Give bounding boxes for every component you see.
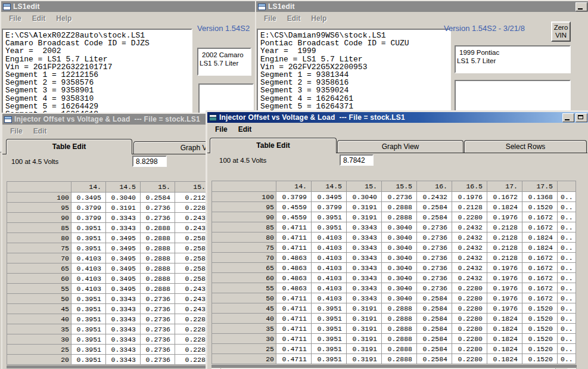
table-cell[interactable]: 0.3343 [106,334,141,345]
table-cell[interactable]: 0.3951 [71,345,106,355]
table-cell[interactable]: 0.3343 [106,355,141,365]
table-cell[interactable]: 0.4711 [276,344,312,354]
table-cell[interactable]: 0.1672 [522,222,558,232]
table-cell[interactable]: 0.3191 [347,324,382,334]
table-cell[interactable]: 0.4711 [276,314,312,324]
table-cell[interactable]: 0.2888 [382,354,417,364]
table-cell[interactable]: 0.. [558,243,576,253]
table-cell[interactable]: 0.. [558,344,576,354]
table-cell[interactable]: 0.3799 [276,192,312,202]
table-cell[interactable]: 0.1976 [487,273,522,283]
table-cell[interactable]: 0.1976 [487,263,522,273]
table-cell[interactable]: 0.3951 [312,314,347,324]
table-cell[interactable]: 0.2736 [417,263,452,273]
table-cell[interactable]: 0.1976 [487,212,522,222]
table-cell[interactable]: 0.2888 [382,334,417,344]
table-cell[interactable]: 0.3343 [347,253,382,263]
table-cell[interactable]: 0.3343 [347,293,382,303]
table-cell[interactable]: 0.. [558,232,576,243]
table-cell[interactable]: 0.4711 [276,243,312,253]
table-cell[interactable]: 0.3951 [71,355,106,365]
table-cell[interactable]: 0.4711 [276,293,312,303]
table-cell[interactable]: 0.3495 [106,253,141,263]
table-cell[interactable]: 0.2736 [141,213,175,223]
table-cell[interactable]: 0.2736 [141,314,175,324]
table-cell[interactable]: 0.243 [175,284,207,294]
table-cell[interactable]: 0.3343 [106,213,141,223]
table-cell[interactable]: 0.3951 [312,324,347,334]
table-cell[interactable]: 0.1520 [522,354,558,364]
table-cell[interactable]: 0.3951 [71,233,106,243]
table-cell[interactable]: 0.4711 [276,354,312,364]
table-cell[interactable]: 0.228 [175,203,207,213]
table-cell[interactable]: 0.2584 [417,314,452,324]
table-cell[interactable]: 0.2736 [141,324,175,334]
table-cell[interactable]: 0.258 [175,253,207,263]
table-cell[interactable]: 0.2888 [382,314,417,324]
table-cell[interactable]: 0.4103 [312,263,347,273]
table-cell[interactable]: 0.2584 [417,344,452,354]
table-cell[interactable]: 0.2128 [487,222,522,232]
table-cell[interactable]: 0.1824 [487,344,522,354]
table-cell[interactable]: 0.1520 [522,334,558,344]
menu-help[interactable]: Help [51,13,77,24]
table-cell[interactable]: 0.228 [175,324,207,334]
menu-edit[interactable]: Edit [233,124,257,135]
table-cell[interactable]: 0.1672 [522,263,558,273]
table-cell[interactable]: 0.3951 [312,212,347,222]
table-cell[interactable]: 0.4103 [312,243,347,253]
table-cell[interactable]: 0.2736 [141,345,175,355]
table-cell[interactable]: 0.243 [175,304,207,314]
table-cell[interactable]: 0.258 [175,263,207,274]
table-cell[interactable]: 0.2280 [452,314,487,324]
table-cell[interactable]: 0.2128 [487,243,522,253]
menu-file[interactable]: File [5,126,28,137]
table-cell[interactable]: 0.2888 [141,274,175,284]
table-cell[interactable]: 0.4103 [312,273,347,283]
table-cell[interactable]: 0.4559 [276,202,312,212]
table-cell[interactable]: 0.4103 [71,263,106,274]
table-cell[interactable]: 0.3495 [106,233,141,243]
table-cell[interactable]: 0.. [558,354,576,364]
table-cell[interactable]: 0.3495 [71,193,106,203]
table-cell[interactable]: 0.1976 [487,283,522,293]
table-cell[interactable]: 0.. [558,253,576,263]
volts-input[interactable]: 8.7842 [340,154,374,166]
table-cell[interactable]: 0.2888 [141,284,175,294]
menu-edit[interactable]: Edit [282,13,306,24]
table-cell[interactable]: 0.2736 [141,334,175,345]
table-cell[interactable]: 0.2888 [141,263,175,274]
table-cell[interactable]: 0.. [558,324,576,334]
table-cell[interactable]: 0.3951 [312,303,347,314]
table-cell[interactable]: 0.2736 [417,283,452,293]
table-cell[interactable]: 0.3191 [347,314,382,324]
table-cell[interactable]: 0.258 [175,233,207,243]
table-cell[interactable]: 0.3191 [347,354,382,364]
table-cell[interactable]: 0.3191 [347,334,382,344]
table-cell[interactable]: 0.3191 [347,212,382,222]
minimize-button[interactable] [575,2,587,11]
table-cell[interactable]: 0.1824 [487,202,522,212]
table-cell[interactable]: 0.2280 [452,293,487,303]
table-cell[interactable]: 0.3495 [106,243,141,253]
table-cell[interactable]: 0.1824 [487,324,522,334]
table-cell[interactable]: 0.4103 [71,274,106,284]
table-cell[interactable]: 0.258 [175,274,207,284]
table-cell[interactable]: 0.3040 [382,283,417,293]
table-cell[interactable]: 0.3343 [106,304,141,314]
table-cell[interactable]: 0.2736 [141,304,175,314]
table-cell[interactable]: 0.258 [175,243,207,253]
tab-table-edit[interactable]: Table Edit [6,139,132,154]
table-cell[interactable]: 0.2584 [417,202,452,212]
table-cell[interactable]: 0.2888 [141,253,175,263]
tab-table-edit[interactable]: Table Edit [210,138,337,153]
table-cell[interactable]: 0.3495 [106,274,141,284]
table-cell[interactable]: 0.1824 [487,334,522,344]
table-cell[interactable]: 0.4103 [312,293,347,303]
table-cell[interactable]: 0.3951 [312,344,347,354]
table-cell[interactable]: 0.1824 [522,232,558,243]
table-cell[interactable]: 0.2584 [417,324,452,334]
menu-file[interactable]: File [210,124,233,135]
table-cell[interactable]: 0.228 [175,345,207,355]
table-cell[interactable]: 0.2584 [417,354,452,364]
